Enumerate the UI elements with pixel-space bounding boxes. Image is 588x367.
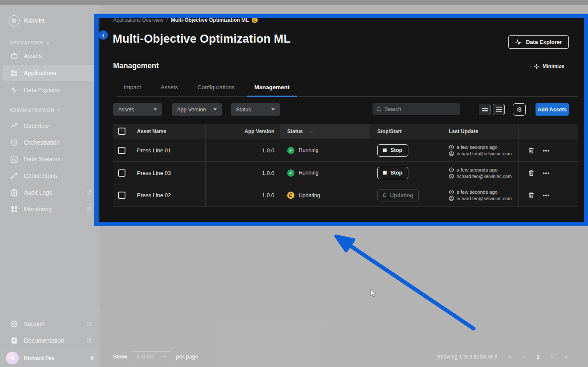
- chevron-down-icon: [46, 40, 50, 44]
- status-text: Running: [299, 170, 319, 176]
- sidebar-item-label: Connections: [24, 172, 57, 179]
- last-update-user: richard.teo@kelvininc.com: [457, 196, 512, 201]
- tab-configurations[interactable]: Configurations: [190, 84, 242, 97]
- table-row: Press Line 03 1.0.0 Running Stop a few s…: [113, 161, 578, 184]
- data-explorer-label: Data Explorer: [526, 39, 562, 45]
- tab-management[interactable]: Management: [247, 84, 297, 97]
- collapse-chevron-icon: ‹: [102, 32, 105, 38]
- rows-icon: [496, 109, 502, 110]
- row-checkbox[interactable]: [118, 169, 125, 177]
- more-actions-button[interactable]: •••: [543, 192, 550, 198]
- column-header-app-version[interactable]: App Version: [206, 124, 280, 139]
- orchestration-icon: [10, 139, 18, 146]
- more-actions-button[interactable]: •••: [543, 147, 550, 154]
- filter-assets-dropdown[interactable]: Assets: [113, 103, 162, 116]
- breadcrumb-parent-link[interactable]: Applications Overview: [113, 17, 163, 23]
- user-icon: [449, 151, 454, 156]
- section-administration[interactable]: ADMINISTRATION: [9, 108, 61, 113]
- gear-icon: ⚙: [516, 106, 522, 114]
- sort-icon[interactable]: ↓↑: [309, 129, 313, 134]
- row-checkbox[interactable]: [118, 192, 125, 199]
- external-link-icon: [86, 190, 91, 195]
- connections-icon: [10, 172, 18, 180]
- waveform-icon: [10, 86, 18, 94]
- row-height-compact-button[interactable]: [493, 104, 505, 115]
- section-operations-label: OPERATIONS: [9, 40, 44, 45]
- stop-button[interactable]: Stop: [377, 167, 408, 179]
- minimize-icon: [534, 64, 539, 69]
- stop-square-icon: [383, 171, 387, 175]
- column-label: Status: [287, 128, 303, 134]
- search-input[interactable]: [384, 106, 456, 112]
- trend-chart-icon: [10, 122, 18, 130]
- life-ring-icon: [10, 320, 18, 328]
- filter-app-version-dropdown[interactable]: App Version: [172, 103, 222, 116]
- user-menu-carets-icon: [90, 355, 94, 361]
- app-version: 1.0.0: [262, 147, 274, 154]
- section-operations[interactable]: OPERATIONS: [9, 40, 49, 45]
- user-menu[interactable]: R Richard Teo: [0, 349, 100, 367]
- minimize-label: Minimize: [542, 63, 564, 69]
- delete-button[interactable]: [528, 170, 534, 176]
- row-checkbox[interactable]: [118, 147, 125, 154]
- column-label: Stop/Start: [377, 128, 402, 134]
- pagination-next-button[interactable]: ›: [551, 354, 553, 360]
- external-link-icon: [86, 321, 91, 326]
- caret-down-icon: [163, 356, 166, 358]
- filter-label: Assets: [118, 107, 134, 113]
- sidebar-item-connections[interactable]: Connections: [3, 168, 97, 184]
- sidebar-collapse-button[interactable]: ‹: [99, 30, 108, 40]
- pagination-prev-button[interactable]: ‹: [523, 354, 525, 360]
- sidebar-item-orchestration[interactable]: Orchestration: [3, 134, 97, 151]
- panel-heading: Management: [113, 61, 159, 70]
- status-text: Updating: [299, 192, 320, 198]
- more-actions-button[interactable]: •••: [543, 170, 550, 176]
- select-all-checkbox[interactable]: [118, 128, 125, 135]
- kelvin-logo[interactable]: R Kelvin: [9, 15, 44, 26]
- row-height-comfortable-button[interactable]: [479, 104, 491, 115]
- page-size-value: 8 items: [137, 354, 154, 360]
- sidebar-item-data-explorer[interactable]: Data Explorer: [3, 82, 97, 98]
- sidebar-item-support[interactable]: Support: [3, 316, 97, 332]
- sidebar-item-monitoring[interactable]: Monitoring: [3, 201, 97, 217]
- sidebar-item-overview[interactable]: Overview: [3, 118, 97, 134]
- column-header-last-update[interactable]: Last Update: [444, 124, 518, 139]
- delete-button[interactable]: [528, 147, 534, 154]
- pagination-page-1[interactable]: 1: [536, 354, 539, 360]
- asset-name: Press Line 02: [137, 192, 171, 198]
- pagination-first-button[interactable]: «: [509, 354, 512, 360]
- breadcrumb-current: Multi-Objective Optimization ML: [171, 17, 249, 23]
- sidebar-item-assets[interactable]: Assets: [3, 48, 97, 64]
- sidebar-item-applications[interactable]: Applications: [3, 65, 97, 81]
- sidebar-item-data-streams[interactable]: Data Streams: [3, 151, 97, 167]
- table-settings-button[interactable]: ⚙: [513, 103, 526, 116]
- app-version: 1.0.0: [262, 192, 274, 198]
- caret-down-icon: [271, 108, 275, 111]
- last-update-user: richard.teo@kelvininc.com: [457, 151, 512, 156]
- filter-label: Status: [236, 107, 251, 113]
- column-label: Last Update: [449, 128, 518, 134]
- page-size-control: Show 8 items per page: [113, 351, 198, 363]
- minimize-button[interactable]: Minimize: [534, 63, 564, 69]
- page-size-dropdown[interactable]: 8 items: [132, 351, 171, 362]
- rows-icon: [482, 110, 488, 111]
- data-explorer-button[interactable]: Data Explorer: [508, 35, 569, 49]
- column-header-status[interactable]: Status↓↑: [280, 124, 370, 139]
- tab-assets[interactable]: Assets: [154, 84, 186, 97]
- app-screen: R Kelvin OPERATIONS Assets Applications …: [0, 0, 588, 367]
- sidebar-item-label: Assets: [24, 52, 42, 59]
- stop-button[interactable]: Stop: [377, 144, 408, 157]
- sidebar-item-documentation[interactable]: Documentation: [3, 332, 97, 349]
- table-row: Press Line 02 1.0.0 Updating Updating a …: [113, 184, 578, 207]
- delete-button[interactable]: [528, 192, 534, 198]
- pagination-last-button[interactable]: »: [565, 354, 568, 360]
- show-label: Show: [113, 354, 127, 360]
- add-assets-button[interactable]: Add Assets: [536, 103, 569, 116]
- column-label: Asset Name: [137, 128, 166, 134]
- sidebar-item-label: Orchestration: [24, 139, 60, 146]
- tab-impact[interactable]: Impact: [116, 84, 148, 97]
- column-header-asset-name[interactable]: Asset Name: [130, 124, 206, 139]
- sidebar-item-audit-logs[interactable]: Audit Logs: [3, 184, 97, 201]
- filter-status-dropdown[interactable]: Status: [231, 103, 280, 116]
- table-header-row: Asset Name App Version Status↓↑ Stop/Sta…: [113, 124, 578, 139]
